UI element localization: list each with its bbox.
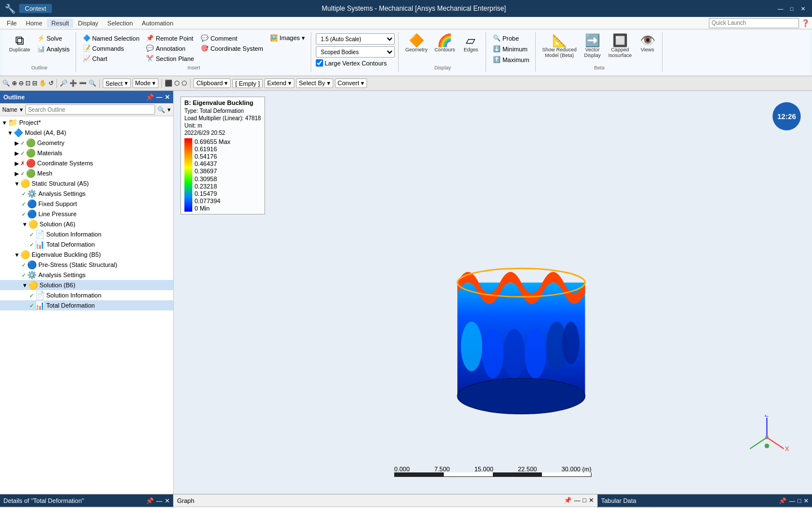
analysis-btn[interactable]: 📊 Analysis xyxy=(35,44,72,54)
zoom2-icon[interactable]: 🔎 xyxy=(60,80,68,87)
clipboard-dropdown[interactable]: Clipboard ▾ xyxy=(193,78,231,88)
empty-dropdown[interactable]: [ Empty ] xyxy=(232,79,262,88)
zoom-in-icon[interactable]: ⊕ xyxy=(12,80,17,87)
views-btn[interactable]: 👁️ Views xyxy=(636,33,659,54)
annotation-btn[interactable]: 💬 Annotation xyxy=(144,43,196,53)
vector-display-btn[interactable]: ➡️ VectorDisplay xyxy=(581,33,604,59)
auto-scale-dropdown[interactable]: 1.5 (Auto Scale) xyxy=(316,33,395,45)
minimum-btn[interactable]: ⬇️ Minimum xyxy=(491,44,532,54)
outline-pin[interactable]: 📌 xyxy=(146,94,154,101)
zoom3-icon[interactable]: 🔍 xyxy=(89,80,96,87)
menu-display[interactable]: Display xyxy=(73,19,103,28)
comment-btn[interactable]: 💬 Comment xyxy=(198,33,266,43)
tree-item-static[interactable]: ▼ 🟡 Static Structural (A5) xyxy=(0,178,173,189)
search-outline-input[interactable] xyxy=(25,104,155,115)
quick-launch-input[interactable] xyxy=(709,18,799,28)
expand-geo[interactable]: ▶ xyxy=(14,140,20,146)
search-icon[interactable]: 🔍 xyxy=(157,106,165,113)
tree-item-project[interactable]: ▼ 📁 Project* xyxy=(0,117,173,128)
expand-static[interactable]: ▼ xyxy=(14,181,20,187)
context-tab[interactable]: Context xyxy=(19,4,52,13)
details-pin[interactable]: 📌 xyxy=(146,497,154,505)
tree-item-materials[interactable]: ▶ ✓ 🟢 Materials xyxy=(0,148,173,158)
coord-system-btn[interactable]: 🎯 Coordinate System xyxy=(198,43,266,53)
menu-file[interactable]: File xyxy=(2,19,21,28)
tree-item-line-pressure[interactable]: ✓ 🔵 Line Pressure xyxy=(0,209,173,219)
tree-item-sol-b6[interactable]: ▼ 🟡 Solution (B6) xyxy=(0,280,173,290)
details-min[interactable]: — xyxy=(156,497,162,505)
tabular-pin[interactable]: 📌 xyxy=(779,497,787,505)
mode-dropdown[interactable]: Mode ▾ xyxy=(133,78,159,88)
viewport[interactable]: 12:26 B: Eigenvalue Buckling Type: Total… xyxy=(174,91,812,494)
duplicate-btn[interactable]: ⧉ Duplicate xyxy=(7,33,33,54)
tree-item-coord[interactable]: ▶ ✗ 🔴 Coordinate Systems xyxy=(0,158,173,168)
tree-item-total-def-b6[interactable]: ✓ 📊 Total Deformation xyxy=(0,300,173,310)
expand-mesh[interactable]: ▶ xyxy=(14,170,20,177)
pan-icon[interactable]: ✋ xyxy=(39,80,47,87)
select-by-dropdown[interactable]: Select By ▾ xyxy=(296,78,333,88)
box-icon[interactable]: ⊟ xyxy=(32,80,37,87)
zoom-out-icon[interactable]: ⊖ xyxy=(19,80,24,87)
tree-item-sol-info-a6[interactable]: ✓ 📄 Solution Information xyxy=(0,229,173,239)
tree-item-fixed[interactable]: ✓ 🔵 Fixed Support xyxy=(0,199,173,209)
close-btn[interactable]: ✕ xyxy=(798,4,807,13)
rotate-icon[interactable]: ↺ xyxy=(48,80,54,87)
edges-btn[interactable]: ▱ Edges xyxy=(460,33,482,54)
probe-btn[interactable]: 🔍 Probe xyxy=(491,33,532,43)
tabular-max[interactable]: □ xyxy=(797,497,801,505)
menu-automation[interactable]: Automation xyxy=(138,19,178,28)
tree-item-analysis-b[interactable]: ✓ ⚙️ Analysis Settings xyxy=(0,270,173,280)
tree-item-sol-a6[interactable]: ▼ 🟡 Solution (A6) xyxy=(0,219,173,229)
graph-close[interactable]: ✕ xyxy=(589,497,594,504)
sel-icon3[interactable]: ⬠ xyxy=(182,80,187,87)
sel-icon1[interactable]: ⬛ xyxy=(165,80,173,87)
expand-sol-a6[interactable]: ▼ xyxy=(21,221,28,227)
minimize-btn[interactable]: — xyxy=(776,4,785,13)
convert-dropdown[interactable]: Convert ▾ xyxy=(335,78,368,88)
outline-min[interactable]: — xyxy=(156,94,162,101)
tree-item-analysis-a[interactable]: ✓ ⚙️ Analysis Settings xyxy=(0,189,173,199)
sel-icon2[interactable]: ⬡ xyxy=(174,80,180,87)
tree-item-total-def-a6[interactable]: ✓ 📊 Total Deformation xyxy=(0,239,173,249)
geometry-btn[interactable]: 🔶 Geometry xyxy=(403,33,430,54)
extend-dropdown[interactable]: Extend ▾ xyxy=(264,78,294,88)
name-dropdown-icon[interactable]: ▾ xyxy=(20,106,23,113)
commands-btn[interactable]: 📝 Commands xyxy=(81,43,142,53)
tree-item-sol-info-b6[interactable]: ✓ 📄 Solution Information xyxy=(0,290,173,300)
filter-icon[interactable]: ▾ xyxy=(167,106,171,113)
tabular-min[interactable]: — xyxy=(789,497,795,505)
help-icon[interactable]: ❓ xyxy=(801,19,810,27)
tree-item-eigen[interactable]: ▼ 🟡 Eigenvalue Buckling (B5) xyxy=(0,249,173,260)
contours-btn[interactable]: 🌈 Contours xyxy=(432,33,457,54)
outline-close[interactable]: ✕ xyxy=(165,94,170,101)
expand-sol-b6[interactable]: ▼ xyxy=(21,282,28,288)
tree-item-prestress[interactable]: ✓ 🔵 Pre-Stress (Static Structural) xyxy=(0,260,173,270)
section-plane-btn[interactable]: ✂️ Section Plane xyxy=(144,54,196,63)
menu-result[interactable]: Result xyxy=(47,19,73,28)
scoped-bodies-dropdown[interactable]: Scoped Bodies xyxy=(316,46,395,58)
large-vertex-checkbox[interactable] xyxy=(316,59,323,67)
graph-max[interactable]: □ xyxy=(582,497,586,504)
expand-coord[interactable]: ▶ xyxy=(14,160,20,167)
tree-item-model[interactable]: ▼ 🔷 Model (A4, B4) xyxy=(0,128,173,138)
expand-eigen[interactable]: ▼ xyxy=(14,252,20,258)
details-close[interactable]: ✕ xyxy=(165,497,170,505)
show-reduced-btn[interactable]: 📐 Show ReducedModel (Beta) xyxy=(540,33,579,59)
named-selection-btn[interactable]: 🔷 Named Selection xyxy=(81,33,142,43)
graph-pin[interactable]: 📌 xyxy=(564,497,572,504)
tree-item-mesh[interactable]: ▶ ✓ 🟢 Mesh xyxy=(0,168,173,178)
maximum-btn[interactable]: ⬆️ Maximum xyxy=(491,55,532,64)
images-btn[interactable]: 🖼️ Images ▾ xyxy=(268,33,307,43)
chart-btn[interactable]: 📈 Chart xyxy=(81,54,142,63)
expand-model[interactable]: ▼ xyxy=(7,130,14,136)
expand-project[interactable]: ▼ xyxy=(1,120,8,126)
zoom-icon[interactable]: 🔍 xyxy=(2,80,10,87)
solve-btn[interactable]: ⚡ Solve xyxy=(35,33,72,43)
menu-home[interactable]: Home xyxy=(21,19,47,28)
fit-icon[interactable]: ⊡ xyxy=(25,80,30,87)
zoomout2-icon[interactable]: ➖ xyxy=(79,80,87,87)
zoomin2-icon[interactable]: ➕ xyxy=(69,80,77,87)
graph-min[interactable]: — xyxy=(574,497,580,504)
capped-btn[interactable]: 🔲 CappedIsosurface xyxy=(606,33,634,59)
expand-mat[interactable]: ▶ xyxy=(14,150,20,156)
